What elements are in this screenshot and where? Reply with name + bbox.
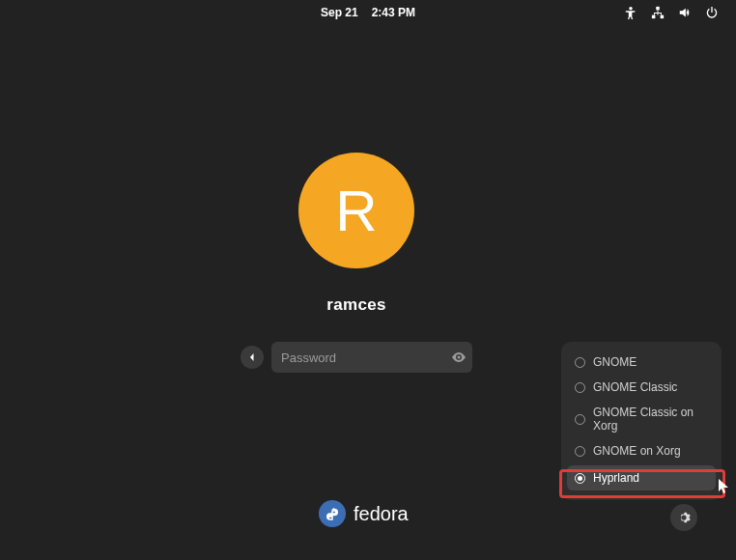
status-icons [624, 6, 719, 19]
brand-name: fedora [354, 503, 409, 525]
session-item-gnome[interactable]: GNOME [561, 350, 722, 375]
show-password-icon[interactable] [451, 350, 467, 365]
accessibility-icon[interactable] [624, 6, 637, 19]
radio-icon [575, 382, 585, 393]
username-label: ramces [326, 295, 385, 315]
fedora-logo-icon [319, 500, 346, 527]
radio-icon [575, 414, 585, 425]
time-label: 2:43 PM [372, 6, 415, 19]
back-button[interactable] [241, 346, 264, 369]
avatar-initial: R [335, 178, 377, 244]
session-label: GNOME Classic [593, 380, 677, 394]
volume-icon[interactable] [678, 6, 692, 19]
svg-rect-2 [652, 15, 656, 19]
session-item-gnome-classic-xorg[interactable]: GNOME Classic on Xorg [561, 400, 722, 438]
password-input[interactable] [281, 350, 443, 365]
session-label: GNOME on Xorg [593, 444, 681, 458]
distro-brand: fedora [319, 500, 409, 527]
session-item-hyprland[interactable]: Hyprland [567, 465, 716, 490]
password-field-wrapper [271, 342, 472, 373]
top-bar: Sep 21 2:43 PM [0, 0, 736, 25]
session-menu: GNOME GNOME Classic GNOME Classic on Xor… [561, 342, 722, 500]
power-icon[interactable] [705, 6, 719, 19]
password-row [241, 342, 472, 373]
svg-point-0 [629, 7, 633, 11]
session-settings-button[interactable] [670, 504, 697, 531]
avatar[interactable]: R [298, 153, 414, 268]
login-panel: R ramces [241, 153, 472, 373]
session-label: Hyprland [593, 471, 639, 485]
network-icon[interactable] [651, 6, 665, 19]
session-item-gnome-xorg[interactable]: GNOME on Xorg [561, 438, 722, 463]
session-label: GNOME [593, 355, 637, 369]
session-label: GNOME Classic on Xorg [593, 406, 708, 433]
radio-icon [575, 473, 585, 484]
radio-icon [575, 357, 585, 368]
radio-icon [575, 446, 585, 457]
session-item-gnome-classic[interactable]: GNOME Classic [561, 375, 722, 400]
date-label: Sep 21 [321, 6, 358, 19]
svg-rect-1 [656, 7, 660, 11]
clock-area[interactable]: Sep 21 2:43 PM [321, 6, 415, 19]
svg-rect-3 [661, 15, 665, 19]
